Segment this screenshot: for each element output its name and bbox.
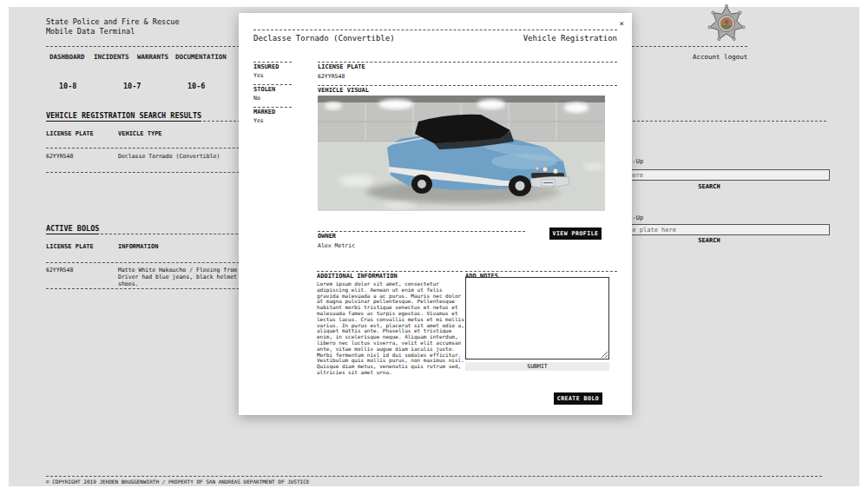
police-badge-icon	[707, 4, 746, 46]
insured-divider	[253, 62, 292, 63]
marked-value: Yes	[253, 117, 264, 124]
nav-dashboard[interactable]: DASHBOARD	[49, 53, 85, 61]
modal-subtitle: Vehicle Registration	[523, 34, 617, 43]
nav-warrants[interactable]: WARRANTS	[137, 53, 168, 61]
visual-divider	[318, 85, 617, 86]
results-row-plate: 62YYR548	[46, 153, 73, 160]
plate-label: LICENSE PLATE	[318, 63, 365, 70]
mdt-screen: State Police and Fire & Rescue Mobile Da…	[0, 0, 868, 488]
status-button-10-8[interactable]: 10-8	[59, 82, 76, 90]
footer-copyright: © COPYRIGHT 2019 JEROEN BRUGGENWIRTH / P…	[46, 478, 309, 485]
stolen-value: No	[253, 95, 260, 102]
notes-textarea[interactable]	[465, 277, 609, 359]
stolen-label: STOLEN	[253, 86, 275, 93]
modal-title: Declasse Tornado (Convertible)	[253, 34, 395, 43]
footer-divider	[46, 476, 822, 477]
account-logout-link[interactable]: Account logout	[693, 53, 747, 61]
nav-incidents[interactable]: INCIDENTS	[94, 53, 129, 61]
modal-header-divider	[253, 30, 617, 30]
status-button-10-7[interactable]: 10-7	[123, 82, 141, 90]
insured-label: INSURED	[253, 63, 279, 70]
visual-label: VEHICLE VISUAL	[318, 87, 369, 94]
marked-label: MARKED	[253, 109, 275, 115]
bolos-col-info: INFORMATION	[118, 243, 158, 250]
additional-info-text: Lorem ipsum dolor sit amet, consectetur …	[317, 281, 466, 376]
submit-notes-button[interactable]: SUBMIT	[465, 362, 609, 371]
bolos-heading-text: ACTIVE BOLOS	[46, 224, 99, 234]
nav-documentation[interactable]: DOCUMENTATION	[175, 53, 227, 61]
additional-info-divider	[317, 271, 463, 272]
bolos-col-plate: LICENSE PLATE	[46, 243, 94, 250]
owner-divider	[318, 231, 525, 232]
bolo-row-plate: 62YYR548	[46, 267, 73, 274]
marked-divider	[253, 107, 292, 108]
app-title-line1: State Police and Fire & Rescue	[46, 17, 180, 27]
vehicle-registration-modal: × Declasse Tornado (Convertible) Vehicle…	[239, 13, 632, 415]
results-row-type: Declasse Tornado (Convertible)	[118, 153, 220, 160]
results-heading-text: VEHICLE REGISTRATION SEARCH RESULTS	[46, 111, 201, 122]
create-bolo-button[interactable]: CREATE BOLO	[554, 392, 602, 405]
plate-divider	[318, 62, 617, 63]
status-button-10-6[interactable]: 10-6	[187, 82, 205, 90]
view-profile-button[interactable]: VIEW PROFILE	[549, 228, 602, 240]
additional-info-label: ADDITIONAL INFORMATION	[317, 273, 398, 280]
add-notes-divider	[465, 271, 617, 272]
modal-close-icon[interactable]: ×	[620, 20, 624, 28]
vehicle-photo	[318, 96, 605, 211]
stolen-divider	[253, 84, 292, 85]
app-title-line2: Mobile Data Terminal	[46, 27, 135, 36]
results-col-plate: LICENSE PLATE	[46, 130, 94, 137]
results-col-type: VEHICLE TYPE	[118, 130, 162, 137]
bolo-info-line3: shoes.	[118, 280, 138, 287]
owner-label: OWNER	[318, 233, 336, 240]
insured-value: Yes	[253, 72, 264, 79]
plate-value: 62YYR548	[318, 73, 345, 80]
owner-value: Alex Metric	[318, 242, 355, 249]
